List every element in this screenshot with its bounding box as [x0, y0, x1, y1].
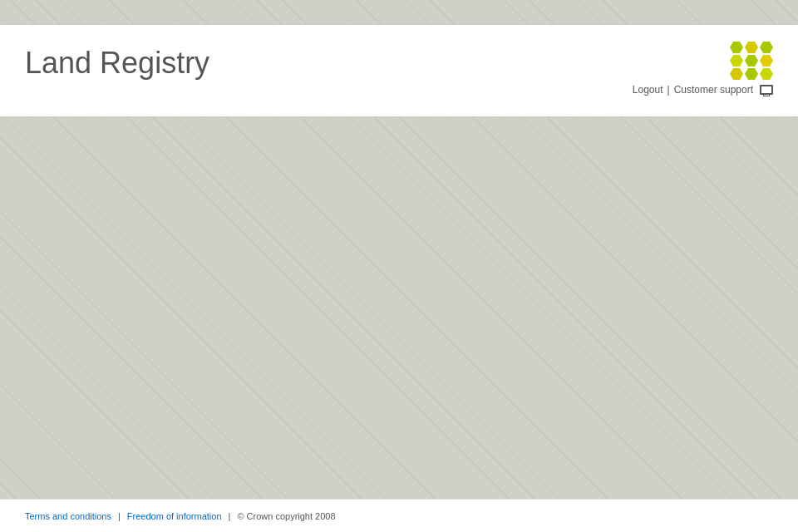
page-header: Land Registry Logout | Customer support [0, 25, 798, 116]
monitor-icon [760, 85, 773, 95]
hex-cell-3 [760, 42, 773, 53]
logo-icon [730, 42, 773, 80]
logout-link[interactable]: Logout [633, 84, 663, 96]
footer-separator-1: | [118, 511, 121, 521]
header-links: Logout | Customer support [633, 84, 773, 96]
hex-cell-5 [745, 55, 758, 66]
header-right: Logout | Customer support [633, 37, 773, 96]
terms-conditions-link[interactable]: Terms and conditions [25, 511, 111, 521]
customer-support-link[interactable]: Customer support [674, 84, 753, 96]
hex-cell-4 [730, 55, 743, 66]
footer-separator-2: | [229, 511, 231, 521]
hex-cell-2 [745, 42, 758, 53]
page-wrapper: Land Registry Business e-services Land R… [0, 0, 798, 532]
page-footer: Terms and conditions | Freedom of inform… [0, 499, 798, 532]
hex-cell-8 [745, 68, 758, 80]
hex-cell-7 [730, 68, 743, 80]
freedom-of-information-link[interactable]: Freedom of information [127, 511, 222, 521]
hex-cell-6 [760, 55, 773, 66]
site-title: Land Registry [25, 46, 209, 81]
hex-cell-9 [760, 68, 773, 80]
hex-cell-1 [730, 42, 743, 53]
header-separator: | [667, 84, 670, 96]
copyright-text: © Crown copyright 2008 [237, 511, 335, 521]
